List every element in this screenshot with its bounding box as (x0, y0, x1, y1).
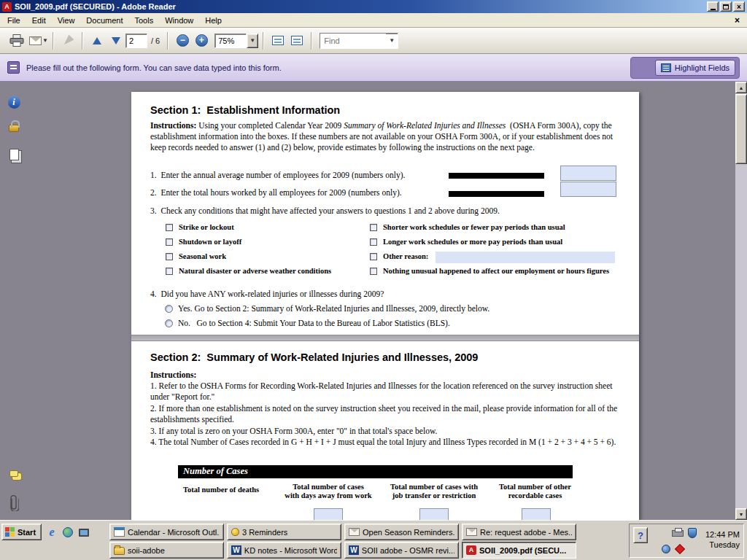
menu-document[interactable]: Document (80, 14, 128, 27)
checkbox-label: Longer work schedules or more pay period… (383, 238, 562, 246)
task-button-soii-adobe-folder[interactable]: soii-adobe (109, 542, 224, 559)
scroll-up-button[interactable]: ▲ (735, 82, 747, 93)
start-button[interactable]: Start (1, 524, 42, 540)
paperclip-icon (9, 495, 19, 511)
column-header-job-transfer: Total number of cases with job transfer … (390, 483, 479, 500)
maximize-button[interactable] (720, 1, 732, 12)
checkbox-natural-disaster[interactable] (166, 268, 173, 275)
minimize-button[interactable] (707, 1, 719, 12)
task-button-open-season[interactable]: Open Season Reminders... (344, 524, 459, 540)
close-document-icon[interactable]: × (729, 15, 746, 26)
pdf-icon: A (466, 545, 476, 555)
menu-file[interactable]: File (1, 14, 26, 27)
clock-day: Tuesday (696, 540, 740, 550)
page-view-icon (272, 36, 284, 45)
checkbox-shorter-schedules[interactable] (370, 224, 377, 231)
find-input[interactable] (320, 34, 386, 48)
column-header-other-recordable: Total number of other recordable cases (491, 483, 579, 500)
number-of-cases-header: Number of Cases (178, 465, 573, 478)
security-settings-icon[interactable] (6, 117, 22, 134)
titlebar: A SOII_2009.pdf (SECURED) - Adobe Reader… (0, 0, 747, 13)
task-button-soii-2009-pdf[interactable]: A SOII_2009.pdf (SECU... (462, 542, 576, 559)
attachments-panel-icon[interactable] (6, 494, 22, 512)
system-tray: ? 12:44 PM Tuesday (629, 524, 744, 558)
pages-panel-icon[interactable] (6, 146, 22, 163)
task-button-soii-adobe-doc[interactable]: W SOII adobe - OSMR revi... (344, 542, 459, 559)
menu-window[interactable]: Window (159, 14, 199, 27)
menu-edit[interactable]: Edit (26, 14, 52, 27)
screen: { "window": { "title": "SOII_2009.pdf (S… (0, 0, 747, 560)
zoom-out-button[interactable]: − (173, 31, 192, 50)
document-message-bar: Please fill out the following form. You … (0, 54, 747, 82)
cases-job-transfer-field[interactable] (419, 508, 449, 520)
scrolling-pages-button[interactable] (268, 31, 287, 50)
section1-instructions: Instructions: Using your completed Calen… (150, 120, 619, 153)
cases-days-away-field[interactable] (314, 508, 343, 520)
comments-panel-icon[interactable] (6, 467, 22, 484)
checkbox-label: Seasonal work (179, 252, 226, 260)
checkbox-longer-schedules[interactable] (370, 238, 377, 246)
section2-instructions-label: Instructions: (150, 370, 196, 381)
fit-page-icon (291, 36, 303, 45)
mail-icon (349, 528, 360, 536)
scroll-down-button[interactable]: ▼ (735, 508, 747, 520)
radio-no[interactable] (165, 319, 173, 327)
employees-2009-field[interactable] (560, 166, 616, 181)
checkbox-strike-or-lockout[interactable] (166, 224, 173, 231)
windows-logo-icon (5, 527, 15, 537)
checkbox-label: Nothing unusual happened to affect our e… (383, 267, 609, 275)
checkbox-nothing-unusual[interactable] (370, 268, 377, 275)
checkbox-other-reason[interactable] (370, 253, 377, 260)
menu-help[interactable]: Help (199, 14, 228, 27)
alert-icon[interactable] (676, 545, 684, 553)
pdf-page: Section 1: Establishment Information Ins… (131, 92, 639, 520)
show-desktop-icon[interactable] (77, 526, 90, 539)
zoom-level-select[interactable]: 75% ▼ (214, 34, 258, 48)
section2-instruction-3: 3. If any total is zero on your OSHA For… (150, 426, 626, 437)
cases-other-recordable-field[interactable] (522, 508, 551, 520)
scrollbar-thumb[interactable] (735, 94, 747, 164)
previous-page-button[interactable] (88, 31, 107, 50)
radio-yes[interactable] (165, 305, 173, 313)
task-button-kd-notes[interactable]: W KD notes - Microsoft Word (227, 542, 341, 559)
help-tray-button[interactable]: ? (633, 527, 648, 543)
other-reason-field[interactable] (436, 252, 615, 263)
zoom-dropdown-arrow[interactable]: ▼ (247, 34, 258, 48)
next-page-button[interactable] (107, 31, 125, 50)
maximize-icon (723, 4, 729, 9)
find-options-arrow[interactable]: ▼ (386, 37, 398, 44)
task-button-outlook-calendar[interactable]: Calendar - Microsoft Outl... (109, 524, 224, 540)
toolbar-separator (263, 32, 264, 50)
task-button-request-adobe[interactable]: Re: request adobe - Mes... (462, 524, 576, 540)
pen-icon (62, 34, 74, 47)
share-dropdown-arrow[interactable]: ▼ (42, 37, 48, 44)
window-controls: × (707, 1, 745, 12)
zoom-in-button[interactable]: + (192, 31, 211, 50)
toolbar-separator (167, 32, 169, 50)
menubar: File Edit View Document Tools Window Hel… (0, 13, 747, 28)
section2-instruction-1: 1. Refer to the OSHA Forms for Recording… (150, 381, 626, 402)
page-number-input[interactable] (125, 34, 147, 48)
volume-icon[interactable] (662, 545, 670, 553)
menu-view[interactable]: View (52, 14, 81, 27)
task-button-reminders[interactable]: 3 Reminders (227, 524, 341, 540)
share-button[interactable]: ▼ (29, 31, 48, 50)
question1-text: 1. Enter the annual average number of em… (150, 170, 405, 181)
checkbox-shutdown-or-layoff[interactable] (166, 238, 173, 246)
vertical-scrollbar[interactable]: ▲ ▼ (735, 82, 747, 520)
highlight-fields-button[interactable]: Highlight Fields (655, 60, 735, 76)
print-button[interactable] (7, 31, 26, 50)
mail-icon (466, 528, 477, 536)
msn-icon[interactable] (61, 526, 74, 539)
word-icon: W (231, 545, 241, 555)
printer-tray-icon[interactable] (672, 530, 684, 537)
close-button[interactable]: × (733, 1, 745, 12)
hours-2009-field[interactable] (560, 182, 616, 197)
section1-heading: Section 1: Establishment Information (150, 104, 340, 116)
menu-tools[interactable]: Tools (129, 14, 160, 27)
internet-explorer-icon[interactable]: e (45, 526, 58, 539)
highlight-fields-icon (661, 63, 671, 72)
full-screen-button[interactable] (287, 31, 306, 50)
how-to-icon[interactable]: i (6, 93, 22, 111)
checkbox-seasonal-work[interactable] (166, 253, 173, 260)
